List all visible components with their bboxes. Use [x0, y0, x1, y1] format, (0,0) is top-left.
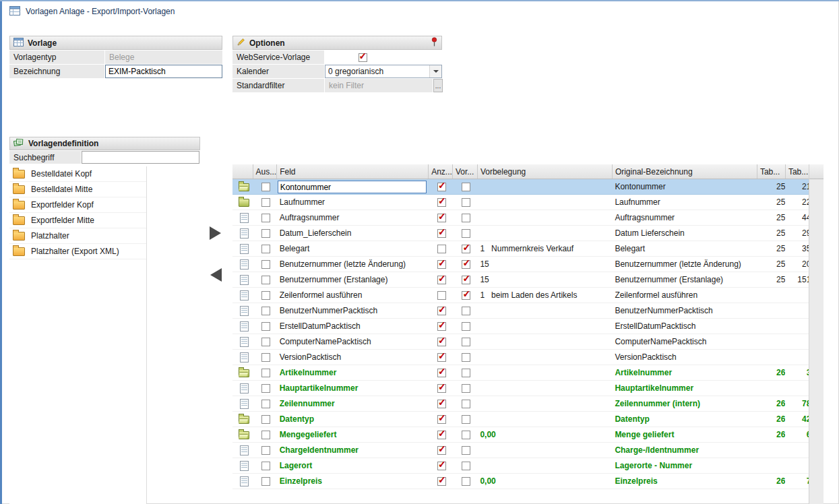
- aus-checkbox[interactable]: [261, 183, 270, 191]
- table-row[interactable]: Datum_LieferscheinDatum Lieferschein2529: [232, 226, 811, 241]
- grid-scrollbar-track[interactable]: [809, 164, 824, 504]
- vorbelegung-cell[interactable]: [477, 396, 612, 412]
- anzeigen-checkbox[interactable]: [437, 369, 446, 377]
- vorbelegen-checkbox[interactable]: [462, 322, 470, 331]
- anzeigen-checkbox[interactable]: [437, 446, 446, 455]
- vorbelegung-cell[interactable]: [477, 412, 612, 427]
- table-row[interactable]: LaufnummerLaufnummer2522: [232, 195, 811, 210]
- feld-cell[interactable]: Artikelnummer: [277, 365, 429, 381]
- vorbelegen-checkbox[interactable]: [462, 260, 470, 269]
- vorbelegung-cell[interactable]: 15: [477, 272, 612, 288]
- aus-checkbox[interactable]: [261, 369, 270, 377]
- feld-cell[interactable]: Benutzernummer (letzte Änderung): [277, 257, 429, 272]
- table-row[interactable]: Mengegeliefert0,00Menge geliefert266: [232, 427, 811, 443]
- vorbelegen-checkbox[interactable]: [462, 229, 470, 238]
- table-row[interactable]: HauptartikelnummerHauptartikelnummer: [232, 381, 811, 396]
- anzeigen-checkbox[interactable]: [437, 183, 446, 191]
- anzeigen-checkbox[interactable]: [437, 400, 446, 408]
- vorbelegung-cell[interactable]: [477, 303, 612, 319]
- table-row[interactable]: Benutzernummer (Erstanlage)15Benutzernum…: [232, 272, 811, 288]
- aus-checkbox[interactable]: [261, 338, 270, 346]
- feld-cell[interactable]: Auftragsnummer: [277, 210, 429, 226]
- vorbelegung-cell[interactable]: 1 beim Laden des Artikels: [477, 288, 612, 303]
- aus-checkbox[interactable]: [261, 245, 270, 253]
- feld-cell[interactable]: Laufnummer: [277, 195, 429, 210]
- feld-cell[interactable]: Datum_Lieferschein: [277, 226, 429, 241]
- folder-item[interactable]: Exportfelder Kopf: [9, 197, 146, 213]
- table-row[interactable]: ChargeIdentnummerCharge-/Identnummer: [232, 443, 811, 458]
- anzeigen-checkbox[interactable]: [437, 276, 446, 284]
- vorbelegung-cell[interactable]: 0,00: [477, 427, 612, 443]
- vorbelegen-checkbox[interactable]: [462, 245, 470, 253]
- aus-checkbox[interactable]: [261, 307, 270, 315]
- move-left-arrow-icon[interactable]: [210, 268, 222, 282]
- anzeigen-checkbox[interactable]: [437, 245, 446, 253]
- feld-cell[interactable]: Lagerort: [277, 458, 429, 474]
- aus-checkbox[interactable]: [261, 214, 270, 222]
- anzeigen-checkbox[interactable]: [437, 415, 446, 424]
- aus-checkbox[interactable]: [261, 415, 270, 424]
- feld-cell[interactable]: ComputerNamePacktisch: [277, 334, 429, 350]
- table-row[interactable]: Zeilenformel ausführen1 beim Laden des A…: [232, 288, 811, 303]
- column-header-feld[interactable]: Feld: [277, 164, 429, 179]
- anzeigen-checkbox[interactable]: [437, 462, 446, 470]
- standardfilter-more-button[interactable]: ...: [433, 79, 443, 92]
- kalender-dropdown-button[interactable]: [429, 65, 441, 77]
- vorbelegen-checkbox[interactable]: [462, 276, 470, 284]
- bezeichnung-input[interactable]: [105, 65, 222, 78]
- vorbelegung-cell[interactable]: 15: [477, 257, 612, 272]
- vorbelegen-checkbox[interactable]: [462, 446, 470, 455]
- table-row[interactable]: KontonummerKontonummer2521: [232, 179, 811, 195]
- anzeigen-checkbox[interactable]: [437, 214, 446, 222]
- vorbelegung-cell[interactable]: [477, 334, 612, 350]
- vorbelegung-cell[interactable]: [477, 365, 612, 381]
- vorbelegen-checkbox[interactable]: [462, 198, 470, 207]
- feld-cell[interactable]: VersionPacktisch: [277, 350, 429, 365]
- vorbelegen-checkbox[interactable]: [462, 462, 470, 470]
- column-header-vorbelegung[interactable]: Vorbelegung: [477, 164, 612, 179]
- aus-checkbox[interactable]: [261, 229, 270, 238]
- column-header-originalbezeichnung[interactable]: Original-Bezeichnung: [612, 164, 757, 179]
- table-row[interactable]: BenutzerNummerPacktischBenutzerNummerPac…: [232, 303, 811, 319]
- vorbelegen-checkbox[interactable]: [462, 353, 470, 362]
- anzeigen-checkbox[interactable]: [437, 338, 446, 346]
- column-header-tab[interactable]: Tab...: [757, 164, 785, 179]
- vorbelegung-cell[interactable]: [477, 350, 612, 365]
- table-row[interactable]: DatentypDatentyp2642: [232, 412, 811, 427]
- table-row[interactable]: AuftragsnummerAuftragsnummer2544: [232, 210, 811, 226]
- vorbelegen-checkbox[interactable]: [462, 214, 470, 222]
- vorbelegen-checkbox[interactable]: [462, 183, 470, 191]
- table-row[interactable]: Einzelpreis0,00Einzelpreis267: [232, 474, 811, 489]
- feld-cell[interactable]: Zeilennummer: [277, 396, 429, 412]
- table-row[interactable]: ZeilennummerZeilennummer (intern)2678: [232, 396, 811, 412]
- vorbelegen-checkbox[interactable]: [462, 291, 470, 300]
- table-row[interactable]: ArtikelnummerArtikelnummer263: [232, 365, 811, 381]
- aus-checkbox[interactable]: [261, 291, 270, 300]
- aus-checkbox[interactable]: [261, 353, 270, 362]
- aus-checkbox[interactable]: [261, 322, 270, 331]
- aus-checkbox[interactable]: [261, 446, 270, 455]
- anzeigen-checkbox[interactable]: [437, 384, 446, 393]
- aus-checkbox[interactable]: [261, 462, 270, 470]
- feld-cell[interactable]: Einzelpreis: [277, 474, 429, 489]
- anzeigen-checkbox[interactable]: [437, 322, 446, 331]
- column-header-aus[interactable]: Aus...: [253, 164, 277, 179]
- vorbelegung-cell[interactable]: [477, 210, 612, 226]
- feld-cell[interactable]: ErstellDatumPacktisch: [277, 319, 429, 334]
- vorbelegung-cell[interactable]: 0,00: [477, 474, 612, 489]
- vorbelegen-checkbox[interactable]: [462, 477, 470, 486]
- feld-editor[interactable]: Kontonummer: [278, 181, 427, 193]
- anzeigen-checkbox[interactable]: [437, 477, 446, 486]
- anzeigen-checkbox[interactable]: [437, 198, 446, 207]
- feld-cell[interactable]: Datentyp: [277, 412, 429, 427]
- feld-cell[interactable]: Belegart: [277, 241, 429, 257]
- vorbelegen-checkbox[interactable]: [462, 369, 470, 377]
- anzeigen-checkbox[interactable]: [437, 291, 446, 300]
- aus-checkbox[interactable]: [261, 477, 270, 486]
- pin-icon[interactable]: [431, 37, 438, 49]
- vorbelegen-checkbox[interactable]: [462, 307, 470, 315]
- column-header-tab[interactable]: Tab...: [785, 164, 811, 179]
- vorbelegung-cell[interactable]: [477, 443, 612, 458]
- folder-item[interactable]: Platzhalter (Export XML): [9, 244, 146, 259]
- folder-item[interactable]: Platzhalter: [9, 228, 146, 244]
